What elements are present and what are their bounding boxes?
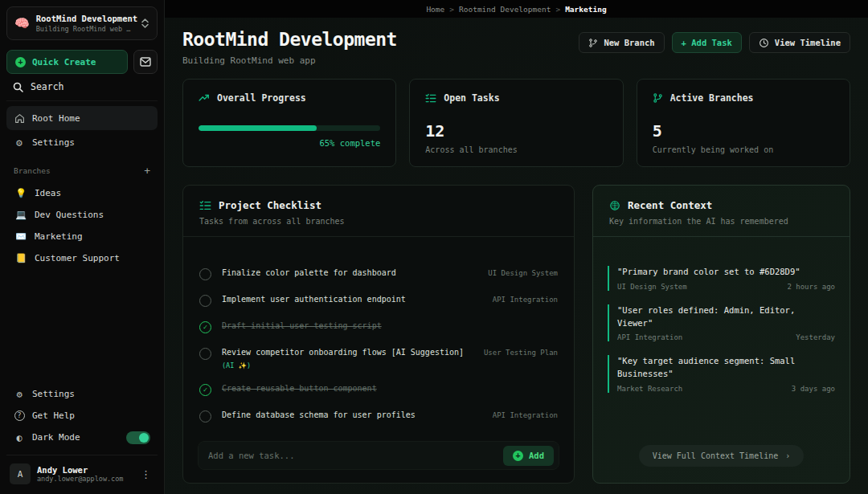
task-row[interactable]: ✓ Finalize color palette for dashboard U… bbox=[199, 267, 558, 280]
task-row[interactable]: ✓ Create reusable button component bbox=[199, 383, 558, 396]
task-row[interactable]: ✓ Implement user authentication endpoint… bbox=[199, 294, 558, 307]
trending-up-icon bbox=[199, 93, 210, 103]
branch-list: 💡 Ideas 💻 Dev Questions ✉️ Marketing 📒 C… bbox=[6, 182, 158, 269]
open-tasks-value: 12 bbox=[425, 121, 607, 141]
breadcrumb: Home>Rootmind Development>Marketing bbox=[165, 0, 868, 18]
quick-create-button[interactable]: + Quick Create bbox=[6, 50, 128, 74]
footer-settings-label: Settings bbox=[32, 389, 75, 399]
context-quote: "User roles defined: Admin, Editor, View… bbox=[617, 304, 835, 330]
view-full-context-timeline-button[interactable]: View Full Context Timeline › bbox=[639, 445, 805, 467]
add-task-button[interactable]: + Add Task bbox=[672, 32, 742, 53]
sidebar-branch-item[interactable]: ✉️ Marketing bbox=[6, 226, 158, 247]
gear-icon: ⚙ bbox=[14, 389, 25, 400]
add-task-input[interactable] bbox=[208, 451, 503, 460]
breadcrumb-item[interactable]: Rootmind Development bbox=[459, 5, 551, 14]
dark-mode-toggle[interactable] bbox=[126, 431, 150, 444]
add-task-submit-button[interactable]: + Add bbox=[503, 446, 554, 466]
avatar: A bbox=[10, 463, 31, 484]
checklist-icon bbox=[199, 200, 211, 211]
help-icon: ? bbox=[14, 410, 25, 421]
check-icon: ✓ bbox=[203, 324, 207, 331]
task-label: Define database schema for user profiles bbox=[222, 410, 482, 422]
page-title: RootMind Development bbox=[182, 29, 397, 50]
user-email: andy.lower@applow.com bbox=[37, 475, 131, 483]
context-source: UI Design System bbox=[617, 283, 687, 291]
breadcrumb-item: Marketing bbox=[565, 5, 606, 14]
view-timeline-label: View Timeline bbox=[775, 38, 841, 47]
context-time: Yesterday bbox=[796, 333, 835, 341]
brain-icon: 🧠 bbox=[14, 18, 30, 30]
chevron-right-icon: › bbox=[785, 451, 790, 460]
view-timeline-button[interactable]: View Timeline bbox=[749, 32, 850, 53]
sidebar-footer-settings[interactable]: ⚙ Settings bbox=[6, 383, 158, 405]
user-name: Andy Lower bbox=[37, 465, 131, 475]
search-label: Search bbox=[31, 81, 64, 92]
context-quote: "Key target audience segment: Small Busi… bbox=[617, 355, 835, 381]
task-label: Review competitor onboarding flows [AI S… bbox=[222, 347, 473, 359]
task-checkbox[interactable]: ✓ bbox=[199, 384, 211, 396]
page-subtitle: Building RootMind web app bbox=[182, 55, 397, 66]
context-entry-list: "Primary brand color set to #6D28D9" UI … bbox=[593, 237, 850, 442]
task-row[interactable]: ✓ Define database schema for user profil… bbox=[199, 410, 558, 423]
task-label: Create reusable button component bbox=[222, 383, 558, 395]
workspace-name: RootMind Development bbox=[36, 14, 134, 23]
task-checkbox[interactable]: ✓ bbox=[199, 321, 211, 333]
user-account[interactable]: A Andy Lower andy.lower@applow.com ⋮ bbox=[6, 455, 158, 488]
progress-bar bbox=[199, 125, 380, 131]
git-branch-icon bbox=[588, 38, 598, 48]
sidebar-item-label: Settings bbox=[32, 137, 75, 148]
context-source: API Integration bbox=[617, 333, 682, 341]
context-quote: "Primary brand color set to #6D28D9" bbox=[617, 266, 835, 279]
open-tasks-card: Open Tasks 12 Across all branches bbox=[409, 79, 623, 167]
task-ai-label: (AI ✨) bbox=[222, 361, 473, 369]
recent-context-panel: Recent Context Key information the AI ha… bbox=[592, 185, 850, 484]
branch-label: Dev Questions bbox=[35, 210, 104, 220]
task-branch-badge: User Testing Plan bbox=[484, 349, 558, 357]
add-button-label: Add bbox=[529, 451, 544, 460]
plus-circle-icon: + bbox=[15, 57, 26, 67]
context-entry: "User roles defined: Admin, Editor, View… bbox=[608, 304, 835, 342]
context-entry: "Key target audience segment: Small Busi… bbox=[608, 355, 835, 393]
sidebar-branch-item[interactable]: 💡 Ideas bbox=[6, 182, 158, 204]
branch-label: Customer Support bbox=[35, 253, 120, 263]
task-branch-badge: API Integration bbox=[493, 296, 558, 304]
search-button[interactable]: Search bbox=[6, 74, 158, 101]
breadcrumb-item[interactable]: Home bbox=[426, 5, 444, 14]
project-checklist-panel: Project Checklist Tasks from across all … bbox=[182, 185, 575, 484]
branch-emoji-icon: 📒 bbox=[15, 253, 27, 263]
task-row[interactable]: ✓ Draft initial user testing script bbox=[199, 320, 558, 333]
task-checkbox[interactable]: ✓ bbox=[199, 410, 211, 423]
sidebar: 🧠 RootMind Development Building RootMind… bbox=[0, 0, 165, 494]
branch-emoji-icon: 💡 bbox=[15, 188, 27, 198]
workspace-selector[interactable]: 🧠 RootMind Development Building RootMind… bbox=[6, 6, 158, 40]
inbox-button[interactable] bbox=[133, 50, 158, 74]
task-label: Implement user authentication endpoint bbox=[222, 294, 482, 306]
sidebar-footer-get-help[interactable]: ? Get Help bbox=[6, 405, 158, 427]
search-icon bbox=[13, 82, 23, 92]
active-branches-card: Active Branches 5 Currently being worked… bbox=[637, 79, 850, 167]
task-checkbox[interactable]: ✓ bbox=[199, 348, 211, 360]
task-list: ✓ Finalize color palette for dashboard U… bbox=[183, 237, 574, 436]
sidebar-footer-dark-mode[interactable]: ◐ Dark Mode bbox=[6, 427, 158, 448]
sidebar-branch-item[interactable]: 💻 Dev Questions bbox=[6, 204, 158, 226]
kebab-menu-icon[interactable]: ⋮ bbox=[137, 468, 154, 480]
recent-context-subtitle: Key information the AI has remembered bbox=[609, 217, 833, 226]
sidebar-item-root-home[interactable]: Root Home bbox=[6, 106, 158, 130]
task-checkbox[interactable]: ✓ bbox=[199, 295, 211, 307]
workspace-subtitle: Building RootMind web a… bbox=[36, 25, 134, 33]
add-branch-button[interactable]: + bbox=[144, 165, 150, 176]
gear-icon: ⚙ bbox=[14, 137, 25, 149]
sidebar-branch-item[interactable]: 📒 Customer Support bbox=[6, 247, 158, 269]
overall-progress-card: Overall Progress 65% complete bbox=[182, 79, 396, 167]
new-branch-label: New Branch bbox=[604, 38, 654, 47]
chevron-up-down-icon bbox=[141, 18, 149, 29]
task-branch-badge: UI Design System bbox=[488, 269, 558, 277]
branches-section-label: Branches bbox=[14, 166, 51, 175]
brain-icon bbox=[609, 200, 620, 211]
task-row[interactable]: ✓ Review competitor onboarding flows [AI… bbox=[199, 347, 558, 369]
new-branch-button[interactable]: New Branch bbox=[579, 32, 664, 53]
task-checkbox[interactable]: ✓ bbox=[199, 268, 211, 280]
home-icon bbox=[14, 113, 25, 124]
sidebar-item-settings[interactable]: ⚙ Settings bbox=[6, 130, 158, 154]
context-entry: "Primary brand color set to #6D28D9" UI … bbox=[608, 266, 835, 291]
